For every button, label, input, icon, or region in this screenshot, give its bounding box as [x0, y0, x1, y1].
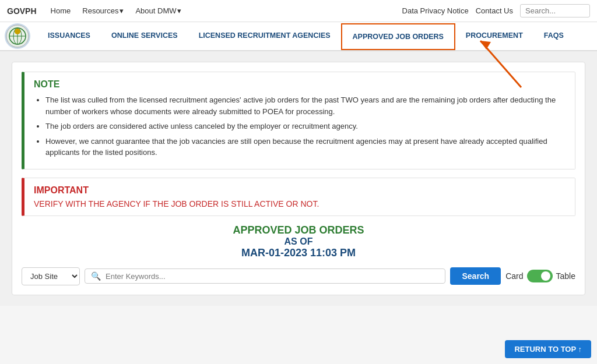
- toggle-slider: [527, 270, 553, 282]
- svg-point-5: [15, 29, 20, 34]
- search-bar: Job Site 🔍 Search Card Table: [22, 267, 575, 285]
- keyword-input-wrap: 🔍: [85, 268, 445, 284]
- nav-home[interactable]: Home: [46, 4, 76, 17]
- nav-item-procurement[interactable]: PROCUREMENT: [455, 22, 533, 51]
- keyword-input[interactable]: [106, 272, 439, 281]
- search-button[interactable]: Search: [450, 267, 501, 285]
- chevron-down-icon: ▾: [120, 6, 124, 15]
- note-item-1: The list was culled from the licensed re…: [45, 94, 566, 117]
- note-item-2: The job orders are considered active unl…: [45, 121, 566, 132]
- nav-about-dmw[interactable]: About DMW ▾: [131, 4, 186, 17]
- note-list: The list was culled from the licensed re…: [34, 94, 566, 158]
- title-line1: APPROVED JOB ORDERS: [22, 224, 575, 236]
- nav-item-issuances[interactable]: ISSUANCES: [37, 22, 101, 51]
- top-nav-right: Data Privacy Notice Contact Us: [402, 4, 590, 17]
- important-heading: IMPORTANT: [34, 185, 566, 196]
- chevron-down-icon: ▾: [177, 6, 181, 15]
- note-box: NOTE The list was culled from the licens…: [22, 72, 575, 169]
- secondary-nav: ISSUANCES ONLINE SERVICES LICENSED RECRU…: [0, 22, 597, 51]
- nav-item-online-services[interactable]: ONLINE SERVICES: [101, 22, 188, 51]
- top-nav: GOVPH Home Resources ▾ About DMW ▾ Data …: [0, 0, 597, 22]
- return-to-top-button[interactable]: RETURN TO TOP ↑: [505, 340, 591, 358]
- main-content: NOTE The list was culled from the licens…: [12, 62, 585, 295]
- contact-us-link[interactable]: Contact Us: [476, 6, 513, 15]
- site-logo: [5, 23, 30, 49]
- secondary-nav-items: ISSUANCES ONLINE SERVICES LICENSED RECRU…: [37, 22, 592, 51]
- search-icon: 🔍: [91, 271, 101, 281]
- card-label: Card: [505, 271, 523, 281]
- top-search-input[interactable]: [520, 4, 590, 17]
- title-line2: AS OF: [22, 236, 575, 247]
- view-toggle: Card Table: [505, 270, 575, 282]
- nav-item-approved-job-orders[interactable]: APPROVED JOB ORDERS: [341, 23, 455, 50]
- note-heading: NOTE: [34, 79, 566, 90]
- data-privacy-link[interactable]: Data Privacy Notice: [402, 6, 469, 15]
- table-label: Table: [556, 271, 575, 281]
- title-section: APPROVED JOB ORDERS AS OF MAR-01-2023 11…: [22, 224, 575, 259]
- important-text: VERIFY WITH THE AGENCY IF THE JOB ORDER …: [34, 199, 566, 208]
- nav-item-licensed-recruitment[interactable]: LICENSED RECRUITMENT AGENCIES: [188, 22, 341, 51]
- important-box: IMPORTANT VERIFY WITH THE AGENCY IF THE …: [22, 178, 575, 216]
- nav-resources[interactable]: Resources ▾: [78, 4, 128, 17]
- note-item-3: However, we cannot guarantee that the jo…: [45, 136, 566, 158]
- nav-item-faqs[interactable]: FAQS: [533, 22, 574, 51]
- brand-label: GOVPH: [7, 6, 37, 16]
- title-line3: MAR-01-2023 11:03 PM: [22, 247, 575, 259]
- view-toggle-switch[interactable]: [527, 270, 553, 282]
- job-site-select[interactable]: Job Site: [22, 267, 80, 285]
- top-nav-links: Home Resources ▾ About DMW ▾: [46, 4, 402, 17]
